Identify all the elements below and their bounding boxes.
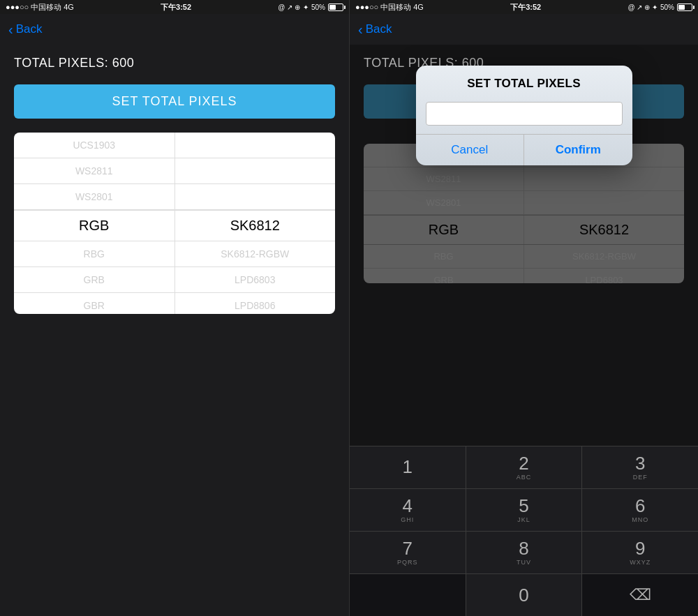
modal-title: SET TOTAL PIXELS [416,66,632,98]
modal-dialog: SET TOTAL PIXELS Cancel Confirm [416,66,632,165]
right-status-right: @ ↗ ⊕ ✦ 50% [628,3,692,11]
table-row: WS2811 [14,158,335,184]
modal-confirm-button[interactable]: Confirm [524,135,632,165]
modal-input-row [416,98,632,134]
left-signal: ●●●○○ ●●●○○ 中国移动 中国移动 4G [6,2,74,13]
right-back-button[interactable]: ‹ Back [358,22,392,36]
left-picker[interactable]: UCS1903 WS2811 WS2801 RGB SK6812 [14,133,335,314]
right-nav-bar: ‹ Back [350,14,698,45]
right-status-bar: ●●●○○ 中国移动 4G 下午3:52 @ ↗ ⊕ ✦ 50% [350,0,698,14]
modal-cancel-button[interactable]: Cancel [416,135,525,165]
left-status-bar: ●●●○○ ●●●○○ 中国移动 中国移动 4G 下午3:52 @ ↗ ⊕ ✦ … [0,0,349,14]
table-row: GRB LPD6803 [14,267,335,293]
left-content: TOTAL PIXELS: 600 SET TOTAL PIXELS UCS19… [0,45,349,616]
table-row: WS2801 [14,184,335,210]
modal-overlay: SET TOTAL PIXELS Cancel Confirm [350,45,698,616]
table-row: RBG SK6812-RGBW [14,241,335,267]
left-nav-bar: ‹ Back [0,14,349,45]
right-battery-icon [677,3,692,11]
right-time: 下午3:52 [510,2,541,13]
modal-input-field[interactable] [426,102,623,126]
left-picker-list: UCS1903 WS2811 WS2801 RGB SK6812 [14,133,335,314]
right-panel: ●●●○○ 中国移动 4G 下午3:52 @ ↗ ⊕ ✦ 50% ‹ Back … [349,0,698,616]
right-signal: ●●●○○ 中国移动 4G [355,2,424,13]
right-chevron-icon: ‹ [358,22,363,36]
left-back-button[interactable]: ‹ Back [8,22,42,36]
left-battery-icon [328,3,343,11]
table-row[interactable]: RGB SK6812 [14,210,335,241]
right-content: TOTAL PIXELS: 600 SET TOTAL PIXELS UCS19… [350,45,698,616]
left-panel: ●●●○○ ●●●○○ 中国移动 中国移动 4G 下午3:52 @ ↗ ⊕ ✦ … [0,0,349,616]
left-set-pixels-button[interactable]: SET TOTAL PIXELS [14,84,335,119]
table-row: GBR LPD8806 [14,293,335,314]
left-status-right: @ ↗ ⊕ ✦ 50% [278,3,343,11]
left-chevron-icon: ‹ [8,22,13,36]
left-time: 下午3:52 [161,2,191,13]
left-total-pixels-label: TOTAL PIXELS: 600 [14,56,335,70]
modal-buttons: Cancel Confirm [416,134,632,165]
table-row: UCS1903 [14,133,335,158]
